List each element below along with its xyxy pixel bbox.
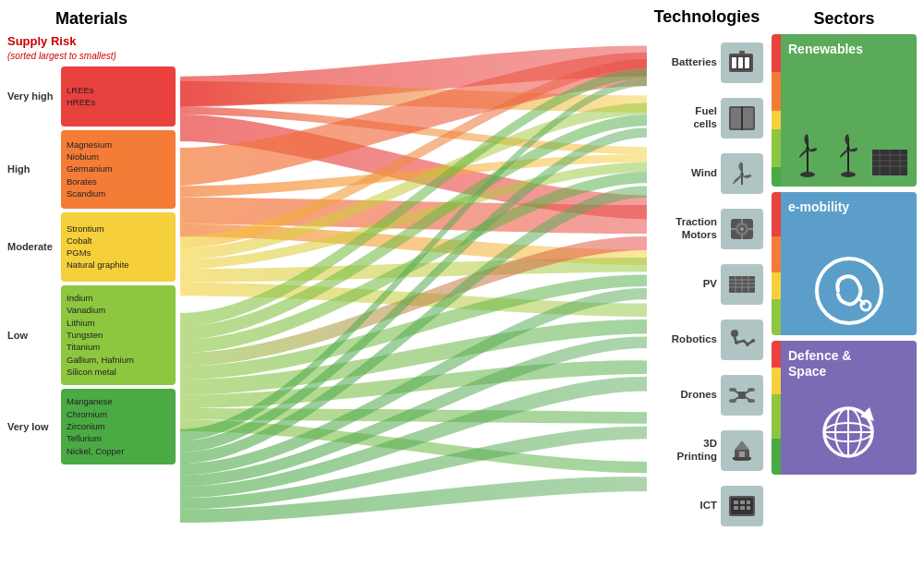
tech-3dprinting-icon [721,430,763,471]
emobility-content: e-mobility [781,192,917,335]
risk-level-high: High [7,130,61,209]
tech-fuelcells-icon [721,98,763,139]
defence-content: Defence &Space [781,341,917,475]
svg-rect-3 [738,57,743,68]
svg-rect-49 [734,506,738,510]
tech-drones-icon [721,375,763,416]
risk-level-very-high: Very high [7,66,61,127]
svg-point-66 [861,301,870,310]
tech-batteries: Batteries [650,41,763,85]
risk-materials-moderate: StrontiumCobaltPGMsNatural graphite [67,223,129,271]
tech-ict: ICT [650,484,763,528]
svg-point-30 [735,341,738,344]
tech-3dprinting: 3DPrinting [650,428,763,473]
material-row-very-high: Very high LREEsHREEs [7,66,176,127]
svg-point-53 [800,172,815,177]
tech-batteries-label: Batteries [650,56,721,69]
material-row-low: Low IndiumVanadiumLithiumTungstenTitaniu… [7,285,176,385]
svg-rect-46 [734,501,738,504]
tech-fuelcells-label: Fuelcells [650,105,721,131]
risk-level-low: Low [7,285,61,385]
tech-drones-label: Drones [650,389,721,402]
tech-fuelcells: Fuelcells [650,96,763,140]
risk-box-very-high: LREEsHREEs [61,66,176,127]
sector-emobility: e-mobility [772,192,917,335]
svg-rect-43 [733,457,751,460]
risk-box-low: IndiumVanadiumLithiumTungstenTitaniumGal… [61,285,176,385]
sankey-area [180,0,647,579]
svg-point-56 [841,172,856,177]
risk-level-moderate: Moderate [7,212,61,282]
sectors-column: Sectors Renewables [767,0,924,579]
technologies-title: Technologies [654,7,760,27]
svg-marker-41 [735,440,749,450]
renewables-risk-bars [772,34,781,187]
material-row-moderate: Moderate StrontiumCobaltPGMsNatural grap… [7,212,176,282]
svg-point-15 [740,227,744,231]
sectors-title: Sectors [772,9,917,29]
svg-point-65 [817,259,881,323]
risk-box-high: MagnesiumNiobiumGermaniumBoratesScandium [61,130,176,209]
renewables-icons [788,128,909,179]
material-row-high: High MagnesiumNiobiumGermaniumBoratesSca… [7,130,176,209]
emobility-risk-bars [772,192,781,335]
risk-materials-very-low: ManganeseChromiumZirconiumTelluriumNicke… [67,395,124,456]
risk-materials-high: MagnesiumNiobiumGermaniumBoratesScandium [67,139,113,199]
sector-defence: Defence &Space [772,341,917,475]
tech-robotics-icon [721,320,763,360]
tech-robotics: Robotics [650,318,763,362]
risk-materials-very-high: LREEsHREEs [67,84,95,109]
renewables-label: Renewables [788,42,909,56]
risk-box-moderate: StrontiumCobaltPGMsNatural graphite [61,212,176,282]
tech-robotics-label: Robotics [650,333,721,346]
tech-drones: Drones [650,373,763,417]
svg-point-28 [751,339,755,343]
main-layout: Materials Supply Risk (sorted largest to… [0,0,924,579]
svg-rect-50 [740,506,745,510]
svg-rect-7 [731,108,741,128]
risk-materials-low: IndiumVanadiumLithiumTungstenTitaniumGal… [67,292,134,378]
emobility-label: e-mobility [788,199,909,214]
tech-batteries-icon [721,42,763,83]
svg-rect-5 [739,51,745,54]
emobility-icon [788,254,909,328]
tech-wind: Wind [650,151,763,196]
renewables-content: Renewables [781,34,917,187]
supply-risk-sub: (sorted largest to smallest) [7,51,176,61]
tech-wind-icon [721,153,763,194]
tech-pv-icon [721,264,763,305]
tech-traction: TractionMotors [650,207,763,251]
tech-traction-label: TractionMotors [650,216,721,242]
tech-wind-label: Wind [650,167,721,180]
defence-label: Defence &Space [788,348,909,380]
svg-point-29 [746,343,749,346]
tech-ict-icon [721,486,763,526]
svg-rect-48 [747,501,750,504]
defence-icon [788,398,909,467]
sector-renewables: Renewables [772,34,917,187]
svg-point-37 [748,388,755,392]
defence-risk-bars [772,341,781,475]
tech-traction-icon [721,209,763,249]
svg-rect-2 [732,57,736,68]
tech-3dprinting-label: 3DPrinting [650,438,721,464]
svg-point-38 [729,399,736,403]
svg-point-36 [729,388,736,392]
material-row-very-low: Very low ManganeseChromiumZirconiumTellu… [7,389,176,464]
svg-rect-8 [743,108,753,128]
materials-column: Materials Supply Risk (sorted largest to… [0,0,180,579]
tech-pv: PV [650,262,763,307]
svg-point-39 [748,399,755,403]
svg-rect-51 [747,506,750,510]
tech-ict-label: ICT [650,500,721,513]
risk-level-very-low: Very low [7,389,61,464]
risk-box-very-low: ManganeseChromiumZirconiumTelluriumNicke… [61,389,176,464]
svg-rect-47 [740,501,745,504]
sankey-svg [180,0,647,579]
supply-risk-label: Supply Risk [7,34,176,49]
technologies-column: Technologies Batteries Fuelcells Wind Tr… [647,0,767,579]
materials-title: Materials [7,9,176,29]
svg-rect-4 [745,57,749,68]
tech-pv-label: PV [650,278,721,291]
